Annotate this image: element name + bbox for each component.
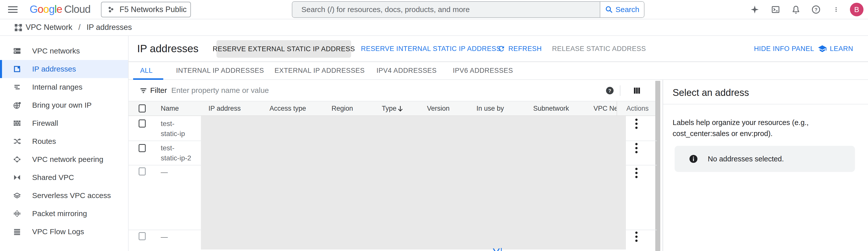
reserve-internal-static-ip-button[interactable]: RESERVE INTERNAL STATIC IP ADDRESS — [361, 36, 501, 62]
learn-label: LEARN — [830, 45, 853, 53]
help-icon[interactable]: ? — [811, 5, 821, 14]
more-vertical-icon[interactable] — [833, 5, 839, 14]
column-header-type[interactable]: Type — [382, 101, 397, 116]
project-hexagons-icon — [107, 5, 115, 13]
sidebar-nav: VPC networks IP addresses Internal range… — [0, 36, 129, 251]
row-name-cell: test- static-ip-2 — [161, 143, 191, 163]
tab-ipv4-addresses[interactable]: IPV4 ADDRESSES — [376, 62, 437, 79]
svg-text:?: ? — [814, 7, 817, 12]
row-checkbox-3[interactable] — [138, 167, 146, 176]
breadcrumb-separator: / — [79, 23, 81, 32]
learn-button[interactable]: LEARN — [818, 36, 853, 62]
column-header-ip-address[interactable]: IP address — [209, 101, 241, 116]
gcp-console: GoogleCloud F5 Networks Public Search — [0, 0, 868, 251]
reserve-external-static-ip-button[interactable]: RESERVE EXTERNAL STATIC IP ADDRESS — [217, 40, 351, 58]
page-title: IP addresses — [137, 43, 198, 55]
row-checkbox-4[interactable] — [138, 232, 146, 240]
breadcrumb-page: IP addresses — [87, 23, 132, 32]
no-selection-notice: No addresses selected. — [675, 146, 855, 172]
column-header-in-use-by[interactable]: In use by — [476, 101, 504, 116]
serverless-icon — [12, 191, 22, 200]
row-actions-menu-icon[interactable] — [634, 143, 639, 154]
tab-external-ip-addresses[interactable]: EXTERNAL IP ADDRESSES — [275, 62, 365, 79]
column-header-actions: Actions — [626, 101, 649, 116]
hamburger-menu-icon[interactable] — [8, 6, 18, 13]
refresh-icon — [497, 45, 505, 53]
select-all-checkbox[interactable] — [138, 104, 146, 113]
routes-icon — [12, 137, 22, 146]
row-actions-menu-icon[interactable] — [634, 118, 639, 129]
sidebar-item-ip-addresses[interactable]: IP addresses — [0, 60, 128, 78]
page-header: IP addresses RESERVE EXTERNAL STATIC IP … — [129, 36, 868, 62]
refresh-button[interactable]: REFRESH — [497, 36, 542, 62]
search-icon — [605, 5, 613, 14]
sidebar-item-routes[interactable]: Routes — [0, 132, 128, 150]
sidebar-item-vpc-networks[interactable]: VPC networks — [0, 42, 128, 60]
account-avatar[interactable]: B — [850, 3, 864, 16]
column-header-name[interactable]: Name — [161, 101, 179, 116]
google-cloud-logo: GoogleCloud — [30, 3, 90, 15]
sidebar-item-internal-ranges[interactable]: Internal ranges — [0, 78, 128, 96]
sidebar-item-packet-mirroring[interactable]: Packet mirroring — [0, 205, 128, 223]
row-name-cell: test- static-ip — [161, 119, 185, 139]
filter-help-icon[interactable]: ? — [605, 86, 614, 95]
tab-ipv6-addresses[interactable]: IPV6 ADDRESSES — [453, 62, 513, 79]
ip-addresses-icon — [12, 64, 22, 73]
filter-icon — [139, 86, 148, 95]
sidebar-item-bring-your-own-ip[interactable]: Bring your own IP — [0, 96, 128, 114]
logo-cloud-text: Cloud — [64, 3, 90, 15]
global-search-input[interactable] — [292, 2, 600, 17]
vpc-networks-icon — [12, 46, 22, 56]
info-panel-title: Select an address — [673, 87, 749, 98]
tab-internal-ip-addresses[interactable]: INTERNAL IP ADDRESSES — [176, 62, 264, 79]
vertical-scrollbar[interactable] — [655, 81, 660, 251]
breadcrumb-bar: VPC Network / IP addresses — [0, 19, 868, 36]
filter-tabs: ALL INTERNAL IP ADDRESSES EXTERNAL IP AD… — [129, 62, 868, 80]
breadcrumb-section[interactable]: VPC Network — [26, 23, 72, 32]
info-panel-description: Labels help organize your resources (e.g… — [673, 117, 862, 139]
tab-all[interactable]: ALL — [140, 62, 153, 79]
info-icon — [689, 154, 698, 164]
redacted-table-data-block — [201, 116, 626, 250]
row-checkbox-1[interactable] — [138, 120, 146, 127]
no-selection-message: No addresses selected. — [708, 155, 784, 163]
column-header-vpc-network[interactable]: VPC Network — [593, 101, 617, 116]
gemini-sparkle-icon[interactable] — [750, 5, 760, 14]
sidebar-item-serverless-vpc-access[interactable]: Serverless VPC access — [0, 187, 128, 205]
byoip-icon — [12, 101, 22, 110]
top-bar: GoogleCloud F5 Networks Public Search — [0, 0, 868, 19]
notifications-bell-icon[interactable] — [791, 5, 801, 14]
row-actions-menu-icon[interactable] — [634, 167, 639, 179]
filter-label: Filter — [150, 86, 167, 95]
peering-icon — [12, 155, 22, 164]
project-selector[interactable]: F5 Networks Public — [101, 2, 191, 17]
sort-descending-arrow-icon[interactable] — [396, 105, 404, 113]
column-display-options-icon[interactable] — [632, 86, 642, 95]
sidebar-item-vpc-flow-logs[interactable]: VPC Flow Logs — [0, 223, 128, 241]
table-filter-bar: Filter ? — [129, 80, 657, 101]
column-header-subnetwork[interactable]: Subnetwork — [533, 101, 569, 116]
shared-vpc-icon — [12, 173, 22, 182]
column-header-access-type[interactable]: Access type — [270, 101, 306, 116]
vpc-network-icon — [13, 23, 23, 32]
row-name-cell: — — [161, 232, 168, 242]
flow-logs-icon — [12, 227, 22, 236]
table-body: test- static-ip test- static-ip-2 — — — [129, 116, 657, 251]
learn-school-icon — [818, 44, 827, 53]
row-actions-menu-icon[interactable] — [634, 231, 639, 242]
sidebar-item-firewall[interactable]: Firewall — [0, 114, 128, 132]
release-static-address-button[interactable]: RELEASE STATIC ADDRESS — [552, 36, 646, 62]
project-name: F5 Networks Public — [120, 5, 187, 14]
breadcrumb: VPC Network / IP addresses — [26, 19, 132, 35]
column-header-region[interactable]: Region — [332, 101, 353, 116]
row-name-cell: — — [161, 167, 168, 177]
sidebar-item-shared-vpc[interactable]: Shared VPC — [0, 168, 128, 187]
info-panel-divider — [663, 104, 868, 104]
row-checkbox-2[interactable] — [138, 144, 146, 152]
sidebar-item-vpc-network-peering[interactable]: VPC network peering — [0, 150, 128, 168]
hide-info-panel-button[interactable]: HIDE INFO PANEL — [754, 36, 814, 62]
cloud-shell-icon[interactable] — [771, 5, 780, 14]
filter-input[interactable] — [171, 82, 538, 98]
search-button[interactable]: Search — [600, 2, 644, 17]
column-header-version[interactable]: Version — [427, 101, 450, 116]
